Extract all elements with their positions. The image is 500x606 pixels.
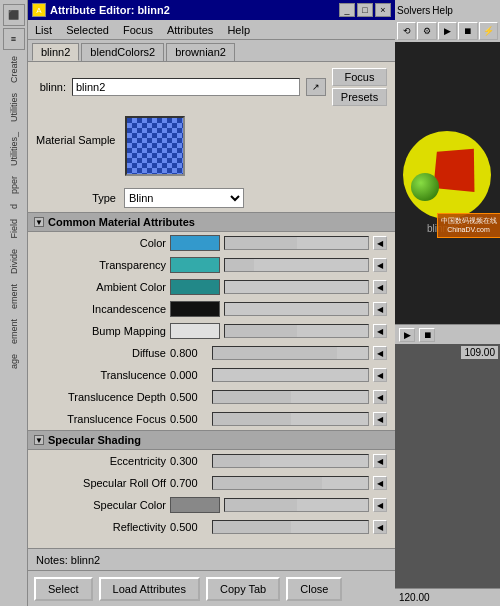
slider-track-specular-color[interactable] — [224, 498, 369, 512]
nav-btn-diffuse[interactable]: ◀ — [373, 346, 387, 360]
specular-section-title: Specular Shading — [48, 434, 141, 446]
color-swatch-color[interactable] — [170, 235, 220, 251]
focus-presets-group: Focus Presets — [332, 68, 387, 106]
right-tool-4[interactable]: ⏹ — [458, 22, 477, 40]
slider-transparency — [224, 258, 369, 272]
slider-track-translucence-focus[interactable] — [212, 412, 369, 426]
preview-cube — [433, 148, 474, 191]
nav-btn-translucence[interactable]: ◀ — [373, 368, 387, 382]
slider-track-translucence[interactable] — [212, 368, 369, 382]
attr-row-specular-rolloff: Specular Roll Off 0.700 ◀ — [28, 472, 395, 494]
bottom-bar: Select Load Attributes Copy Tab Close — [28, 570, 395, 606]
sidebar-label-utilities: Utilities — [9, 89, 19, 126]
name-input[interactable] — [72, 78, 300, 96]
color-swatch-ambient[interactable] — [170, 279, 220, 295]
nav-btn-specular-color[interactable]: ◀ — [373, 498, 387, 512]
color-swatch-specular[interactable] — [170, 497, 220, 513]
sidebar-label-mapper: pper — [9, 172, 19, 198]
title-bar: A Attribute Editor: blinn2 _ □ × — [28, 0, 395, 20]
slider-track-incandescence[interactable] — [224, 302, 369, 316]
material-row: Material Sample — [28, 112, 395, 184]
specular-section-arrow[interactable]: ▼ — [34, 435, 44, 445]
slider-track-translucence-depth[interactable] — [212, 390, 369, 404]
attr-label-eccentricity: Eccentricity — [36, 455, 166, 467]
preview-green-sphere — [411, 173, 439, 201]
sidebar-tool-1[interactable]: ⬛ — [3, 4, 25, 26]
right-tool-2[interactable]: ⚙ — [417, 22, 436, 40]
slider-track-reflectivity[interactable] — [212, 520, 369, 534]
right-toolbar-label: Solvers — [397, 5, 430, 16]
play-btn[interactable]: ▶ — [399, 328, 415, 342]
slider-color — [224, 236, 369, 250]
nav-btn-translucence-depth[interactable]: ◀ — [373, 390, 387, 404]
tab-blinn2[interactable]: blinn2 — [32, 43, 79, 61]
nav-btn-transparency[interactable]: ◀ — [373, 258, 387, 272]
nav-btn-eccentricity[interactable]: ◀ — [373, 454, 387, 468]
slider-track-transparency[interactable] — [224, 258, 369, 272]
color-swatch-transparency[interactable] — [170, 257, 220, 273]
nav-btn-incandescence[interactable]: ◀ — [373, 302, 387, 316]
nav-btn-translucence-focus[interactable]: ◀ — [373, 412, 387, 426]
right-tool-3[interactable]: ▶ — [438, 22, 457, 40]
attr-value-translucence-depth: 0.500 — [170, 391, 208, 403]
attr-row-eccentricity: Eccentricity 0.300 ◀ — [28, 450, 395, 472]
right-tool-1[interactable]: ⟲ — [397, 22, 416, 40]
slider-bump — [224, 324, 369, 338]
attr-row-translucence: Translucence 0.000 ◀ — [28, 364, 395, 386]
color-swatch-bump[interactable] — [170, 323, 220, 339]
nav-btn-bump[interactable]: ◀ — [373, 324, 387, 338]
slider-track-bump[interactable] — [224, 324, 369, 338]
slider-track-color[interactable] — [224, 236, 369, 250]
select-button[interactable]: Select — [34, 577, 93, 601]
slider-track-specular-rolloff[interactable] — [212, 476, 369, 490]
timeline-bottom: 120.00 — [395, 588, 500, 606]
slider-translucence-depth — [212, 390, 369, 404]
nav-btn-color[interactable]: ◀ — [373, 236, 387, 250]
right-toolbar-help: Help — [432, 5, 453, 16]
nav-btn-ambient[interactable]: ◀ — [373, 280, 387, 294]
right-tool-5[interactable]: ⚡ — [479, 22, 498, 40]
attr-row-bump: Bump Mapping ◀ — [28, 320, 395, 342]
nav-btn-specular-rolloff[interactable]: ◀ — [373, 476, 387, 490]
menu-attributes[interactable]: Attributes — [164, 24, 216, 36]
presets-button[interactable]: Presets — [332, 88, 387, 106]
attr-row-reflectivity: Reflectivity 0.500 ◀ — [28, 516, 395, 538]
window-title: Attribute Editor: blinn2 — [50, 4, 170, 16]
menu-help[interactable]: Help — [224, 24, 253, 36]
maximize-button[interactable]: □ — [357, 3, 373, 17]
attr-row-diffuse: Diffuse 0.800 ◀ — [28, 342, 395, 364]
nav-btn-reflectivity[interactable]: ◀ — [373, 520, 387, 534]
right-icon-bar: ⟲ ⚙ ▶ ⏹ ⚡ — [395, 20, 500, 42]
attr-label-translucence: Translucence — [36, 369, 166, 381]
type-select[interactable]: Blinn Lambert Phong — [124, 188, 244, 208]
common-section-arrow[interactable]: ▼ — [34, 217, 44, 227]
type-row: Type Blinn Lambert Phong — [28, 184, 395, 212]
slider-track-eccentricity[interactable] — [212, 454, 369, 468]
color-swatch-incandescence[interactable] — [170, 301, 220, 317]
close-button[interactable]: × — [375, 3, 391, 17]
right-panel: Solvers Help ⟲ ⚙ ▶ ⏹ ⚡ blinn2SG 中国数码视频在线… — [395, 0, 500, 606]
focus-button[interactable]: Focus — [332, 68, 387, 86]
common-section-header: ▼ Common Material Attributes — [28, 212, 395, 232]
tab-brownian2[interactable]: brownian2 — [166, 43, 235, 61]
sidebar-label-ement: ement — [9, 280, 19, 313]
menu-list[interactable]: List — [32, 24, 55, 36]
stop-btn[interactable]: ⏹ — [419, 328, 435, 342]
menu-selected[interactable]: Selected — [63, 24, 112, 36]
close-button-bottom[interactable]: Close — [286, 577, 342, 601]
slider-track-diffuse[interactable] — [212, 346, 369, 360]
minimize-button[interactable]: _ — [339, 3, 355, 17]
preview-sphere — [403, 131, 493, 221]
arrow-icon-button[interactable]: ↗ — [306, 78, 326, 96]
slider-track-ambient[interactable] — [224, 280, 369, 294]
right-bottom-area: ▶ ⏹ 109.00 120.00 — [395, 324, 500, 606]
material-sample[interactable] — [125, 116, 185, 176]
sidebar-tool-2[interactable]: ≡ — [3, 28, 25, 50]
attr-label-bump: Bump Mapping — [36, 325, 166, 337]
scroll-area[interactable]: ▼ Common Material Attributes Color ◀ Tra… — [28, 212, 395, 548]
menu-focus[interactable]: Focus — [120, 24, 156, 36]
tab-blendcolors2[interactable]: blendColors2 — [81, 43, 164, 61]
attr-label-specular-rolloff: Specular Roll Off — [36, 477, 166, 489]
copy-tab-button[interactable]: Copy Tab — [206, 577, 280, 601]
load-attributes-button[interactable]: Load Attributes — [99, 577, 200, 601]
